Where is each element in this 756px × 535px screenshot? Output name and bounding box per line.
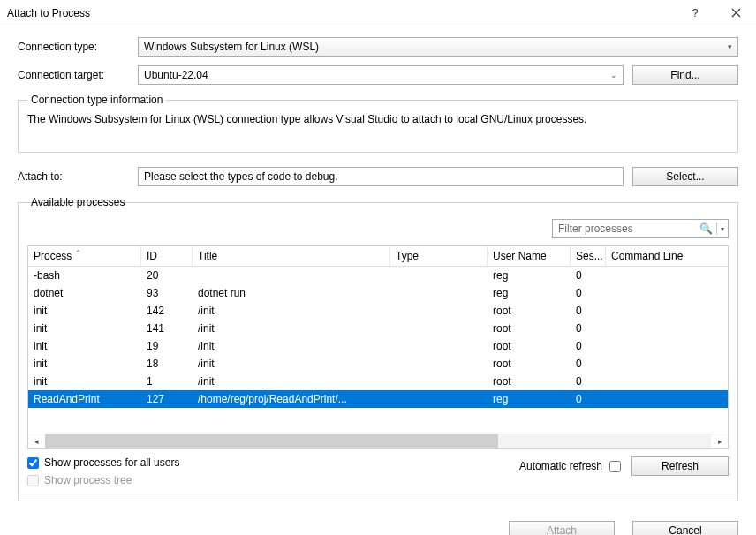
connection-target-row: Connection target: Ubuntu-22.04 ⌄ Find..… xyxy=(18,65,738,85)
table-cell: 127 xyxy=(141,391,193,407)
table-cell: 19 xyxy=(141,338,193,354)
table-row[interactable]: dotnet93dotnet runreg0 xyxy=(28,284,728,302)
table-empty-space xyxy=(28,408,728,433)
refresh-button-label: Refresh xyxy=(662,460,699,472)
table-header: Process ⌃ ID Title Type User Name Ses...… xyxy=(28,246,728,267)
table-cell: /init xyxy=(193,356,390,372)
table-cell: root xyxy=(488,373,571,389)
table-cell xyxy=(390,327,488,330)
refresh-controls: Automatic refresh Refresh xyxy=(519,456,729,476)
available-processes-box: Available processes Filter processes 🔍 ▾… xyxy=(18,202,738,501)
table-cell: 0 xyxy=(571,320,606,336)
connection-type-row: Connection type: Windows Subsystem for L… xyxy=(18,37,738,57)
dialog-footer: Attach Cancel xyxy=(0,510,756,535)
help-button[interactable]: ? xyxy=(675,0,715,26)
find-button-label: Find... xyxy=(670,69,699,81)
cancel-button[interactable]: Cancel xyxy=(632,521,738,535)
show-all-users-checkbox[interactable]: Show processes for all users xyxy=(27,456,519,469)
col-id[interactable]: ID xyxy=(141,246,193,266)
table-cell: root xyxy=(488,303,571,319)
table-row[interactable]: init18/initroot0 xyxy=(28,355,728,373)
table-cell xyxy=(390,380,488,383)
attach-button[interactable]: Attach xyxy=(509,521,615,535)
horizontal-scrollbar[interactable]: ◂ ▸ xyxy=(28,433,728,448)
table-cell xyxy=(390,362,488,365)
connection-target-combo[interactable]: Ubuntu-22.04 ⌄ xyxy=(138,65,624,85)
close-button[interactable] xyxy=(715,0,756,26)
scroll-thumb[interactable] xyxy=(45,434,498,448)
caret-down-icon: ▾ xyxy=(721,225,724,233)
table-cell xyxy=(390,344,488,348)
table-cell xyxy=(390,309,488,313)
scroll-track[interactable] xyxy=(45,434,711,448)
attach-to-label: Attach to: xyxy=(18,170,138,183)
filter-input[interactable]: Filter processes 🔍 ▾ xyxy=(552,219,729,238)
col-type[interactable]: Type xyxy=(390,246,488,266)
table-row[interactable]: ReadAndPrint127/home/reg/proj/ReadAndPri… xyxy=(28,390,728,408)
find-button[interactable]: Find... xyxy=(632,65,738,85)
table-row[interactable]: init142/initroot0 xyxy=(28,302,728,320)
show-tree-input xyxy=(27,475,39,486)
table-row[interactable]: init19/initroot0 xyxy=(28,337,728,355)
table-cell xyxy=(606,362,728,365)
table-cell: /init xyxy=(193,320,390,336)
connection-type-info-text: The Windows Subsystem for Linux (WSL) co… xyxy=(27,111,729,143)
table-cell xyxy=(193,274,390,277)
table-cell: init xyxy=(28,356,141,372)
col-title[interactable]: Title xyxy=(193,246,390,266)
table-cell: 141 xyxy=(141,320,193,336)
table-row[interactable]: init141/initroot0 xyxy=(28,320,728,337)
table-cell: /init xyxy=(193,303,390,319)
table-cell: reg xyxy=(488,285,571,301)
scroll-right-icon[interactable]: ▸ xyxy=(712,437,728,446)
table-cell: root xyxy=(488,320,571,336)
connection-type-label: Connection type: xyxy=(18,41,138,53)
table-cell: init xyxy=(28,303,141,319)
connection-type-info-box: Connection type information The Windows … xyxy=(18,94,738,153)
available-bottom-controls: Show processes for all users Show proces… xyxy=(27,456,729,492)
table-cell: 0 xyxy=(571,338,606,354)
attach-button-label: Attach xyxy=(547,524,577,535)
table-cell: 0 xyxy=(571,373,606,389)
divider xyxy=(716,222,717,235)
table-cell: ReadAndPrint xyxy=(28,391,141,407)
auto-refresh-checkbox[interactable] xyxy=(609,461,621,472)
select-button-label: Select... xyxy=(666,170,704,183)
col-cmd[interactable]: Command Line xyxy=(606,246,728,266)
table-cell xyxy=(606,344,728,348)
show-all-users-label: Show processes for all users xyxy=(44,456,179,469)
table-cell: 0 xyxy=(571,268,606,283)
col-process[interactable]: Process ⌃ xyxy=(28,246,141,266)
show-all-users-input[interactable] xyxy=(27,457,39,469)
col-user[interactable]: User Name xyxy=(488,246,571,266)
refresh-button[interactable]: Refresh xyxy=(631,456,729,476)
table-cell: 18 xyxy=(141,356,193,372)
connection-type-combo[interactable]: Windows Subsystem for Linux (WSL) ▾ xyxy=(138,37,738,57)
process-table: Process ⌃ ID Title Type User Name Ses...… xyxy=(27,245,729,449)
table-cell: root xyxy=(488,338,571,354)
table-cell: root xyxy=(488,356,571,372)
window-title: Attach to Process xyxy=(7,7,675,19)
table-cell: init xyxy=(28,320,141,336)
table-row[interactable]: init1/initroot0 xyxy=(28,373,728,390)
table-cell: reg xyxy=(488,391,571,407)
table-cell xyxy=(606,274,728,277)
connection-target-label: Connection target: xyxy=(18,69,138,81)
scroll-left-icon[interactable]: ◂ xyxy=(28,437,44,446)
col-session[interactable]: Ses... xyxy=(571,246,606,266)
connection-type-info-legend: Connection type information xyxy=(27,94,166,106)
table-cell: 0 xyxy=(571,356,606,372)
table-body: -bash20reg0dotnet93dotnet runreg0init142… xyxy=(28,267,728,408)
filter-row: Filter processes 🔍 ▾ xyxy=(27,219,729,238)
table-cell: 0 xyxy=(571,303,606,319)
table-row[interactable]: -bash20reg0 xyxy=(28,267,728,284)
table-cell: dotnet xyxy=(28,285,141,301)
dialog-content: Connection type: Windows Subsystem for L… xyxy=(0,26,756,510)
cancel-button-label: Cancel xyxy=(669,524,701,535)
table-cell xyxy=(606,327,728,330)
select-button[interactable]: Select... xyxy=(632,167,738,186)
attach-to-display: Please select the types of code to debug… xyxy=(138,167,624,186)
attach-to-row: Attach to: Please select the types of co… xyxy=(18,167,738,186)
auto-refresh-label: Automatic refresh xyxy=(519,460,602,472)
col-process-label: Process xyxy=(34,250,72,262)
